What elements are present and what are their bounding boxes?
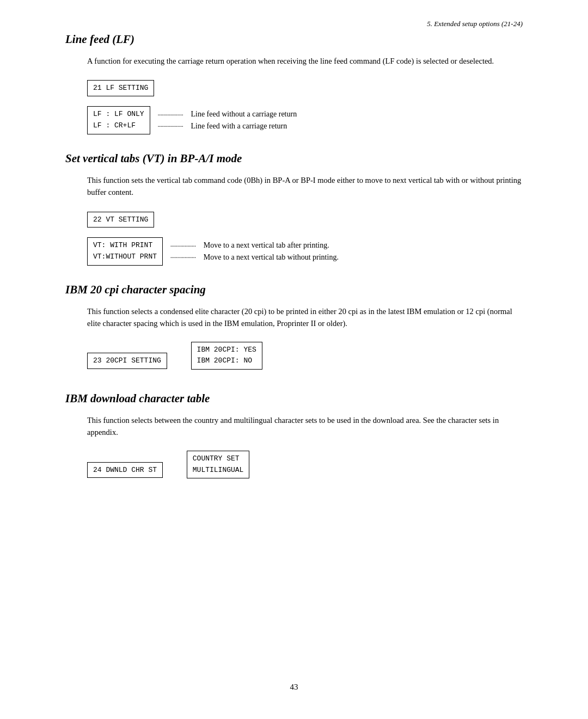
page-header: 5. Extended setup options (21-24) — [427, 20, 523, 28]
page-footer: 43 — [290, 683, 298, 692]
options-dots-vertical-tabs: ……………………………… — [170, 237, 196, 262]
section-body-ibm-download: This function selects between the countr… — [87, 414, 523, 439]
section-title-line-feed: Line feed (LF) — [65, 33, 523, 46]
options-box-vertical-tabs: VT: WITH PRINT VT:WITHOUT PRNT — [87, 237, 163, 266]
options-box-ibm-20cpi: IBM 20CPI: YES IBM 20CPI: NO — [191, 342, 262, 370]
section-line-feed: Line feed (LF) A function for executing … — [65, 33, 523, 134]
options-desc-line-feed: Line feed without a carriage return Line… — [191, 106, 297, 133]
page-number: 43 — [290, 683, 298, 691]
setting-label-ibm-20cpi: 23 20CPI SETTING — [87, 353, 167, 369]
options-dots-line-feed: ……………………………… — [158, 106, 183, 131]
section-title-ibm-download: IBM download character table — [65, 392, 523, 405]
options-box-ibm-download: COUNTRY SET MULTILINGUAL — [187, 451, 250, 479]
options-desc-vertical-tabs: Move to a next vertical tab after printi… — [204, 237, 339, 264]
section-title-vertical-tabs: Set vertical tabs (VT) in BP-A/I mode — [65, 152, 523, 165]
setting-label-vertical-tabs: 22 VT SETTING — [87, 212, 154, 228]
options-group-line-feed: LF : LF ONLY LF : CR+LF ……………………………… Lin… — [87, 106, 523, 134]
options-box-line-feed: LF : LF ONLY LF : CR+LF — [87, 106, 150, 134]
section-body-ibm-20cpi: This function selects a condensed elite … — [87, 305, 523, 330]
setting-label-ibm-download: 24 DWNLD CHR ST — [87, 462, 163, 478]
page: 5. Extended setup options (21-24) Line f… — [0, 0, 588, 719]
section-ibm-download: IBM download character table This functi… — [65, 392, 523, 483]
section-ibm-20cpi: IBM 20 cpi character spacing This functi… — [65, 283, 523, 374]
section-body-vertical-tabs: This function sets the vertical tab comm… — [87, 174, 523, 199]
options-group-vertical-tabs: VT: WITH PRINT VT:WITHOUT PRNT ………………………… — [87, 237, 523, 266]
header-text: 5. Extended setup options (21-24) — [427, 20, 523, 28]
section-vertical-tabs: Set vertical tabs (VT) in BP-A/I mode Th… — [65, 152, 523, 266]
setting-label-line-feed: 21 LF SETTING — [87, 80, 154, 96]
section-title-ibm-20cpi: IBM 20 cpi character spacing — [65, 283, 523, 297]
section-body-line-feed: A function for executing the carriage re… — [87, 55, 523, 67]
